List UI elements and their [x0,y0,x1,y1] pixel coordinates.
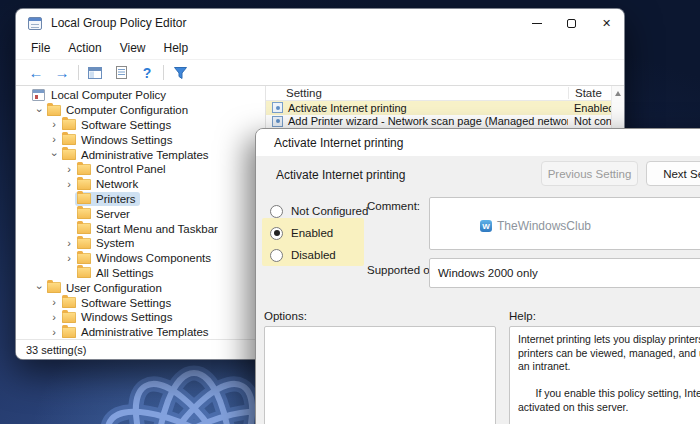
tree-item-label: Software Settings [81,297,171,309]
folder-icon [62,149,76,160]
radio-disabled[interactable]: Disabled [270,244,368,266]
tree-item-label: All Settings [96,267,154,279]
export-list-icon[interactable] [111,63,131,83]
radio-enabled-circle-icon[interactable] [270,227,283,240]
folder-icon [77,208,91,219]
tree-item-printers[interactable]: ›Printers [16,192,265,207]
chevron-down-icon[interactable]: › [34,104,45,116]
tree-item-administrative-templates[interactable]: ›Administrative Templates [16,147,265,162]
maximize-button[interactable] [554,9,589,37]
tree-item-all-settings[interactable]: ›All Settings [16,266,265,281]
folder-icon [62,312,76,323]
back-arrow-glyph: ← [29,65,44,80]
tree-item-windows-settings[interactable]: ›Windows Settings [16,132,265,147]
folder-icon [77,267,91,278]
toolbar: ←→? [16,59,624,86]
help-icon[interactable]: ? [137,63,157,83]
tree-item-user-configuration[interactable]: ›User Configuration [16,280,265,295]
folder-icon [77,238,91,249]
setting-row-activate-internet-printing[interactable]: Activate Internet printingEnabled [266,101,624,115]
tree-item-software-settings[interactable]: ›Software Settings [16,118,265,133]
tree-item-control-panel[interactable]: ›Control Panel [16,162,265,177]
tree-item-server[interactable]: ›Server [16,206,265,221]
menu-view[interactable]: View [111,39,155,57]
dialog-body: Activate Internet printing Previous Sett… [256,156,700,424]
tree-item-local-computer-policy[interactable]: ›Local Computer Policy [16,88,265,103]
options-panel [264,326,496,424]
list-header: Setting State [266,86,624,101]
tree-item-label: Network [96,178,138,190]
menu-action[interactable]: Action [59,39,110,57]
chevron-right-icon[interactable]: › [63,253,75,264]
policy-dialog: Activate Internet printing Activate Inte… [255,128,700,424]
setting-name: Add Printer wizard - Network scan page (… [288,115,568,127]
toolbar-separator [163,65,164,80]
back-icon[interactable]: ← [26,63,46,83]
setting-name: Activate Internet printing [288,102,407,114]
help-line: Internet printing lets you display print… [518,333,700,347]
help-line [518,374,700,388]
chevron-right-icon[interactable]: › [48,134,60,145]
column-header-setting[interactable]: Setting [266,87,568,99]
chevron-right-icon[interactable]: › [63,164,75,175]
setting-row-add-printer-wizard-network-scan-page-man[interactable]: Add Printer wizard - Network scan page (… [266,115,624,129]
previous-setting-button[interactable]: Previous Setting [541,161,638,186]
chevron-right-icon[interactable]: › [48,297,60,308]
chevron-right-icon[interactable]: › [48,312,60,323]
chevron-right-icon[interactable]: › [63,238,75,249]
filter-icon[interactable] [170,63,190,83]
close-button[interactable]: ✕ [589,9,624,37]
forward-icon[interactable]: → [52,63,72,83]
minimize-button[interactable] [519,9,554,37]
radio-not-configured-circle-icon[interactable] [270,205,283,218]
tree-item-label: Printers [96,193,136,205]
chevron-down-icon[interactable]: › [34,282,45,294]
folder-icon [47,282,61,293]
comment-label: Comment: [367,200,420,212]
radio-not-configured[interactable]: Not Configured [270,200,368,222]
tree-item-software-settings[interactable]: ›Software Settings [16,295,265,310]
comment-textarea[interactable]: W TheWindowsClub [429,197,700,250]
tree-item-windows-components[interactable]: ›Windows Components [16,251,265,266]
chevron-down-icon[interactable]: › [49,149,60,161]
tree-item-computer-configuration[interactable]: ›Computer Configuration [16,103,265,118]
forward-arrow-glyph: → [55,65,70,80]
chevron-right-icon[interactable]: › [48,119,60,130]
title-bar[interactable]: Local Group Policy Editor ✕ [16,9,624,37]
tree-item-label: Control Panel [96,163,166,175]
status-text: 33 setting(s) [26,344,87,356]
tree-item-windows-settings[interactable]: ›Windows Settings [16,310,265,325]
menu-file[interactable]: File [22,39,59,57]
tree-item-label: Windows Settings [81,134,172,146]
policy-icon [272,116,283,127]
chevron-right-icon[interactable]: › [63,179,75,190]
scroll-up-icon[interactable] [615,91,621,96]
folder-icon [77,164,91,175]
menu-help[interactable]: Help [155,39,198,57]
app-icon [28,17,42,30]
state-radio-group: Not ConfiguredEnabledDisabled [270,200,368,266]
console-tree-icon[interactable] [85,63,105,83]
chevron-right-icon[interactable]: › [48,327,60,338]
watermark-logo-icon: W [480,220,492,232]
supported-on-field: Windows 2000 only [429,258,700,288]
folder-icon [77,253,91,264]
supported-on-value: Windows 2000 only [438,267,538,279]
close-icon: ✕ [602,18,611,29]
minimize-icon [532,23,542,24]
dialog-title-bar[interactable]: Activate Internet printing [256,129,700,156]
radio-disabled-circle-icon[interactable] [270,249,283,262]
tree-item-system[interactable]: ›System [16,236,265,251]
tree-item-label: Windows Settings [81,311,172,323]
folder-icon [62,119,76,130]
maximize-icon [567,19,576,28]
tree-item-label: Administrative Templates [81,326,209,338]
radio-enabled[interactable]: Enabled [270,222,368,244]
folder-icon [47,105,61,116]
radio-label: Disabled [291,249,336,261]
help-line: an intranet. [518,360,700,374]
tree-item-network[interactable]: ›Network [16,177,265,192]
next-setting-button[interactable]: Next Setting [646,161,700,186]
tree-item-administrative-templates[interactable]: ›Administrative Templates [16,325,265,339]
tree-item-start-menu-and-taskbar[interactable]: ›Start Menu and Taskbar [16,221,265,236]
